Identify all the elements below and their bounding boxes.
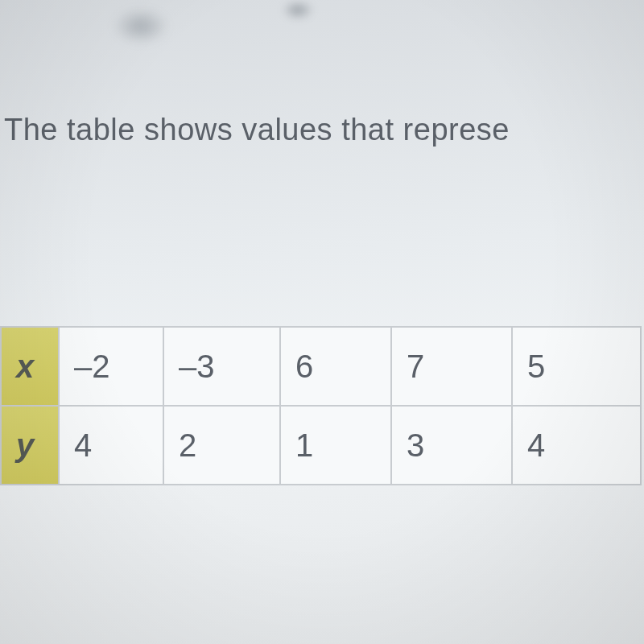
data-table: x –2 –3 6 7 5 y 4 2 1 3 4 xyxy=(0,326,644,485)
cell: 4 xyxy=(512,406,641,485)
cell: –3 xyxy=(163,327,280,406)
cell: 5 xyxy=(512,327,641,406)
cell: 3 xyxy=(391,406,512,485)
row-header-x: x xyxy=(1,327,59,406)
cell: 4 xyxy=(59,406,163,485)
row-header-y: y xyxy=(1,406,59,485)
table-row: y 4 2 1 3 4 xyxy=(1,406,641,485)
cell: 6 xyxy=(280,327,391,406)
cell: 1 xyxy=(280,406,391,485)
cell: 2 xyxy=(163,406,280,485)
cell: –2 xyxy=(59,327,163,406)
question-text: The table shows values that represe xyxy=(4,113,510,147)
table-row: x –2 –3 6 7 5 xyxy=(1,327,641,406)
cell: 7 xyxy=(391,327,512,406)
